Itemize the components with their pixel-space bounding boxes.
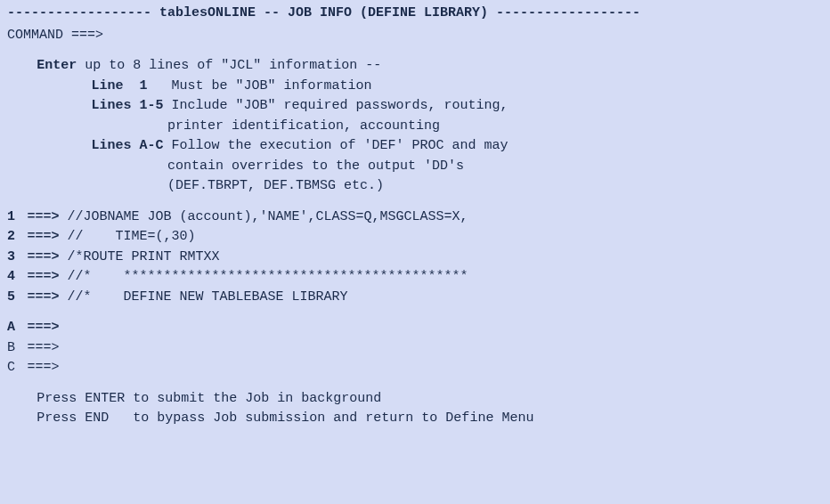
jcl-line-num: 2 (7, 227, 20, 248)
lines15-text2: printer identification, accounting (167, 118, 440, 134)
instructions-block: Enter up to 8 lines of "JCL" information… (7, 56, 823, 197)
lines15-label: Lines 1-5 (92, 98, 164, 113)
jcl-arrow: ===> (28, 320, 60, 335)
jcl-arrow: ===> (28, 209, 60, 224)
jcl-line-num: 5 (7, 288, 20, 308)
jcl-block-alpha: A ===> B ===> C ===> (7, 318, 823, 378)
jcl-row: B ===> (7, 338, 823, 359)
instr-lines15b: printer identification, accounting (7, 117, 823, 137)
jcl-input-1[interactable] (68, 209, 745, 224)
instr-line1: Line 1 Must be "JOB" information (7, 77, 823, 97)
enter-label: Enter (37, 58, 77, 73)
jcl-line-num: A (7, 318, 20, 338)
jcl-line-num: 4 (7, 267, 20, 288)
jcl-arrow: ===> (28, 229, 60, 244)
jcl-row: A ===> (7, 318, 823, 338)
jcl-line-num: B (7, 338, 20, 359)
linesac-text1: Follow the execution of 'DEF' PROC and m… (164, 138, 509, 153)
footer-hints: Press ENTER to submit the Job in backgro… (7, 389, 823, 429)
jcl-arrow: ===> (28, 360, 60, 375)
jcl-line-num: 3 (7, 248, 20, 268)
linesac-text2: contain overrides to the output 'DD's (167, 159, 464, 174)
jcl-input-b[interactable] (68, 340, 745, 355)
jcl-input-c[interactable] (68, 360, 745, 375)
command-input[interactable] (111, 28, 788, 43)
enter-rest: up to 8 lines of "JCL" information -- (77, 58, 381, 73)
jcl-row: 2 ===> (7, 227, 823, 248)
jcl-row: 4 ===> (7, 267, 823, 288)
title-dash-right: ------------------ (488, 5, 640, 20)
jcl-arrow: ===> (28, 289, 60, 305)
jcl-row: C ===> (7, 358, 823, 378)
jcl-input-2[interactable] (68, 229, 745, 244)
hint-end: Press END to bypass Job submission and r… (37, 409, 823, 429)
instr-linesac: Lines A-C Follow the execution of 'DEF' … (7, 136, 823, 157)
jcl-row: 5 ===> (7, 288, 823, 308)
linesac-text3: (DEF.TBRPT, DEF.TBMSG etc.) (167, 178, 384, 193)
instr-linesac-b: contain overrides to the output 'DD's (7, 157, 823, 177)
jcl-arrow: ===> (28, 249, 60, 264)
jcl-input-5[interactable] (68, 289, 745, 305)
page-title: tablesONLINE -- JOB INFO (DEFINE LIBRARY… (159, 5, 488, 20)
instr-lines15: Lines 1-5 Include "JOB" required passwor… (7, 96, 823, 117)
jcl-arrow: ===> (28, 340, 60, 355)
jcl-input-3[interactable] (68, 249, 745, 264)
jcl-block-numeric: 1 ===> 2 ===> 3 ===> 4 ===> 5 ===> (7, 207, 823, 308)
line1-label: Line 1 (92, 78, 148, 93)
hint-enter: Press ENTER to submit the Job in backgro… (37, 389, 823, 410)
command-row: COMMAND ===> (7, 26, 823, 46)
command-label: COMMAND ===> (7, 28, 103, 43)
title-bar: ------------------ tablesONLINE -- JOB I… (7, 4, 823, 24)
lines15-text1: Include "JOB" required passwords, routin… (164, 98, 509, 113)
instr-enter: Enter up to 8 lines of "JCL" information… (7, 56, 823, 77)
title-dash-left: ------------------ (7, 5, 159, 20)
jcl-line-num: 1 (7, 207, 20, 228)
line1-text: Must be "JOB" information (148, 78, 372, 93)
linesac-label: Lines A-C (92, 138, 164, 153)
jcl-arrow: ===> (28, 269, 60, 284)
jcl-row: 1 ===> (7, 207, 823, 228)
jcl-line-num: C (7, 358, 20, 378)
instr-linesac-c: (DEF.TBRPT, DEF.TBMSG etc.) (7, 176, 823, 197)
jcl-row: 3 ===> (7, 248, 823, 268)
jcl-input-4[interactable] (68, 269, 745, 284)
jcl-input-a[interactable] (68, 320, 745, 335)
